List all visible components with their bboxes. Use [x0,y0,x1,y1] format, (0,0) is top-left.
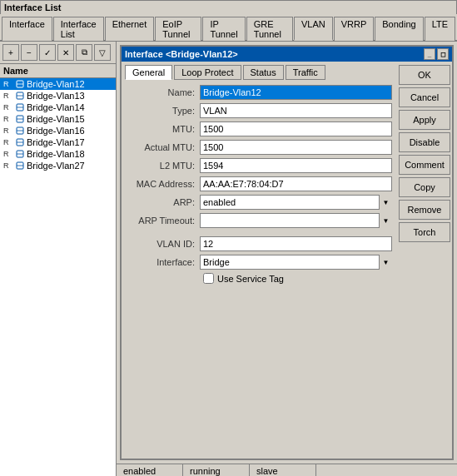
list-items: RBridge-Vlan12RBridge-Vlan13RBridge-Vlan… [0,78,116,476]
list-item[interactable]: RBridge-Vlan18 [0,148,116,160]
item-name: Bridge-Vlan18 [27,149,85,159]
actual-mtu-label: Actual MTU: [125,142,200,152]
type-row: Type: [125,103,392,118]
toolbar-btn-check[interactable]: ✓ [39,44,56,61]
dialog-title: Interface <Bridge-Vlan12> [125,49,238,59]
main-tab-ip-tunnel[interactable]: IP Tunnel [202,17,245,41]
apply-button[interactable]: Apply [399,110,450,130]
main-tab-interface-list[interactable]: Interface List [53,17,104,41]
torch-button[interactable]: Torch [399,222,450,242]
mac-row: MAC Address: [125,176,392,191]
arp-timeout-input[interactable] [200,213,392,228]
main-tab-vlan[interactable]: VLAN [294,17,333,41]
comment-button[interactable]: Comment [399,155,450,175]
main-tab-bar: InterfaceInterface ListEthernetEoIP Tunn… [0,14,457,42]
item-icon [15,79,25,89]
dialog-title-bar: Interface <Bridge-Vlan12> _ ◻ [122,47,452,62]
type-input [200,103,392,118]
l2-mtu-input [200,158,392,173]
item-icon [15,102,25,112]
mac-input [200,176,392,191]
item-icon [15,137,25,147]
dialog-minimize-btn[interactable]: _ [424,48,435,60]
ok-button[interactable]: OK [399,65,450,85]
list-item[interactable]: RBridge-Vlan15 [0,113,116,125]
main-tab-eoip-tunnel[interactable]: EoIP Tunnel [155,17,201,41]
item-flag: R [3,92,13,100]
vlan-id-input[interactable] [200,236,392,251]
main-tab-interface[interactable]: Interface [2,17,52,41]
item-name: Bridge-Vlan15 [27,114,85,124]
item-flag: R [3,103,13,112]
name-label: Name: [125,87,200,97]
inner-tab-general[interactable]: General [125,65,172,80]
interface-select-wrapper: Bridge ▼ [200,255,392,270]
main-tab-bonding[interactable]: Bonding [375,17,423,41]
toolbar-btn-copy2[interactable]: ⧉ [76,44,92,61]
l2-mtu-row: L2 MTU: [125,158,392,173]
status-slave: slave [250,464,316,476]
arp-row: ARP: enabled disabled proxy-arp reply-on… [125,195,392,210]
mtu-input[interactable] [200,121,392,136]
main-tab-gre-tunnel[interactable]: GRE Tunnel [246,17,293,41]
status-enabled: enabled [117,464,183,476]
mac-label: MAC Address: [125,179,200,189]
status-running: running [183,464,250,476]
arp-select[interactable]: enabled disabled proxy-arp reply-only [200,195,392,210]
list-item[interactable]: RBridge-Vlan13 [0,90,116,102]
main-tab-ethernet[interactable]: Ethernet [105,17,155,41]
item-icon [15,114,25,124]
item-icon [15,149,25,159]
list-item[interactable]: RBridge-Vlan27 [0,160,116,171]
dialog-restore-btn[interactable]: ◻ [437,48,449,60]
list-item[interactable]: RBridge-Vlan17 [0,136,116,148]
list-item[interactable]: RBridge-Vlan14 [0,102,116,113]
item-name: Bridge-Vlan13 [27,91,85,101]
item-flag: R [3,115,13,123]
main-tab-vrrp[interactable]: VRRP [334,17,375,41]
dialog-content: GeneralLoop ProtectStatusTraffic Name: T… [122,62,452,459]
item-name: Bridge-Vlan12 [27,79,85,89]
toolbar-btn-filter[interactable]: ▽ [94,44,111,61]
title-bar-label: Interface List [4,2,61,12]
use-service-tag-checkbox[interactable] [203,273,214,284]
toolbar: +−✓✕⧉▽ [0,42,116,64]
disable-button[interactable]: Disable [399,132,450,152]
item-name: Bridge-Vlan27 [27,161,85,171]
inner-tab-bar: GeneralLoop ProtectStatusTraffic [125,65,392,80]
vlan-id-label: VLAN ID: [125,239,200,249]
toolbar-btn-cancel[interactable]: ✕ [57,44,74,61]
dialog-side-buttons: OKCancelApplyDisableCommentCopyRemoveTor… [395,62,452,459]
actual-mtu-row: Actual MTU: [125,140,392,155]
main-tab-lte[interactable]: LTE [425,17,455,41]
list-header: Name [0,64,116,78]
interface-select[interactable]: Bridge [200,255,392,270]
dialog-main: GeneralLoop ProtectStatusTraffic Name: T… [122,62,395,459]
item-flag: R [3,126,13,135]
arp-timeout-label: ARP Timeout: [125,216,200,226]
inner-tab-status[interactable]: Status [243,65,284,80]
toolbar-btn-remove[interactable]: − [21,44,37,61]
use-service-tag-label: Use Service Tag [217,274,284,284]
inner-tab-loop-protect[interactable]: Loop Protect [174,65,241,80]
toolbar-btn-add[interactable]: + [2,44,19,61]
l2-mtu-label: L2 MTU: [125,161,200,171]
mtu-label: MTU: [125,124,200,134]
name-input[interactable] [200,85,392,100]
remove-button[interactable]: Remove [399,200,450,220]
cancel-button[interactable]: Cancel [399,87,450,107]
list-item[interactable]: RBridge-Vlan12 [0,78,116,90]
inner-tab-traffic[interactable]: Traffic [286,65,325,80]
list-item[interactable]: RBridge-Vlan16 [0,125,116,136]
item-name: Bridge-Vlan16 [27,126,85,136]
copy-button[interactable]: Copy [399,177,450,197]
actual-mtu-input [200,140,392,155]
arp-label: ARP: [125,197,200,207]
item-icon [15,91,25,101]
title-bar: Interface List [0,0,457,14]
interface-row: Interface: Bridge ▼ [125,255,392,270]
dialog: Interface <Bridge-Vlan12> _ ◻ GeneralLoo… [120,45,454,460]
item-name: Bridge-Vlan14 [27,102,85,112]
item-flag: R [3,161,13,170]
status-bar: enabledrunningslave [117,464,457,476]
